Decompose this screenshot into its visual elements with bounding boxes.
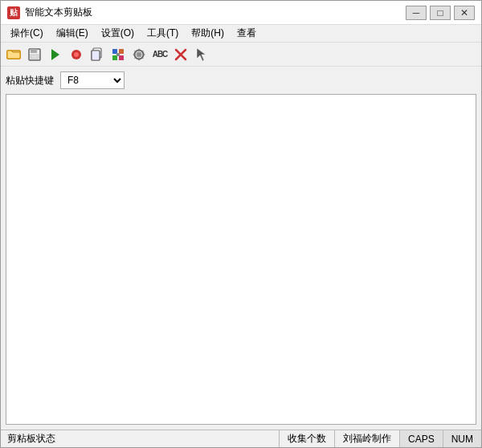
menu-help[interactable]: 帮助(H) <box>185 25 231 42</box>
toolbar-close-button[interactable] <box>171 45 190 64</box>
window-controls: ─ □ ✕ <box>406 6 475 20</box>
cursor-icon <box>194 47 209 62</box>
text-button[interactable]: ABC <box>150 45 170 64</box>
shortcut-label: 粘贴快捷键 <box>6 74 54 88</box>
plugin-button[interactable] <box>108 45 128 64</box>
menu-operate[interactable]: 操作(C) <box>4 25 50 42</box>
record-button[interactable] <box>67 45 86 64</box>
svg-point-19 <box>137 53 141 56</box>
save-button[interactable] <box>25 45 44 64</box>
svg-point-7 <box>74 52 79 57</box>
play-icon <box>48 47 63 62</box>
svg-rect-4 <box>31 55 39 59</box>
status-author: 刘福岭制作 <box>334 430 399 447</box>
main-textarea[interactable] <box>6 94 476 425</box>
status-left-text: 剪粘板状态 <box>1 432 279 446</box>
shortcut-select[interactable]: F8 F9 F10 F11 F12 <box>60 71 125 89</box>
menu-edit[interactable]: 编辑(E) <box>50 25 95 42</box>
title-bar: 贴 智能文本剪贴板 ─ □ ✕ <box>1 1 481 25</box>
svg-rect-15 <box>116 53 120 56</box>
main-window: 贴 智能文本剪贴板 ─ □ ✕ 操作(C) 编辑(E) 设置(O) 工具(T) … <box>0 0 482 448</box>
app-icon: 贴 <box>7 6 20 19</box>
maximize-button[interactable]: □ <box>430 6 451 20</box>
content-area: 粘贴快捷键 F8 F9 F10 F11 F12 <box>1 67 481 430</box>
menu-settings[interactable]: 设置(O) <box>95 25 141 42</box>
puzzle-icon <box>111 47 125 62</box>
window-title: 智能文本剪贴板 <box>25 6 406 19</box>
toolbar: ABC <box>1 43 481 67</box>
copy-button[interactable] <box>88 45 107 64</box>
minimize-button[interactable]: ─ <box>406 6 427 20</box>
open-icon <box>6 47 21 62</box>
menu-tools[interactable]: 工具(T) <box>141 25 185 42</box>
status-bar: 剪粘板状态 收集个数 刘福岭制作 CAPS NUM <box>1 430 481 447</box>
x-icon <box>174 47 188 62</box>
status-caps: CAPS <box>399 430 443 447</box>
close-button[interactable]: ✕ <box>454 6 475 20</box>
record-icon <box>69 47 84 62</box>
settings-toolbar-button[interactable] <box>129 45 149 64</box>
copy-icon <box>90 47 104 62</box>
menu-bar: 操作(C) 编辑(E) 设置(O) 工具(T) 帮助(H) 查看 <box>1 25 481 43</box>
open-button[interactable] <box>4 45 23 64</box>
cursor-button[interactable] <box>192 45 211 64</box>
status-num: NUM <box>443 430 481 447</box>
save-icon <box>27 47 42 62</box>
gear-icon <box>132 47 146 62</box>
abc-icon: ABC <box>153 50 168 59</box>
svg-rect-10 <box>92 51 100 60</box>
status-right: 收集个数 刘福岭制作 CAPS NUM <box>279 430 481 447</box>
menu-view[interactable]: 查看 <box>231 25 263 42</box>
svg-rect-3 <box>31 49 37 53</box>
status-count: 收集个数 <box>279 430 334 447</box>
svg-marker-22 <box>197 48 206 61</box>
play-button[interactable] <box>46 45 65 64</box>
svg-marker-5 <box>51 49 59 60</box>
shortcut-row: 粘贴快捷键 F8 F9 F10 F11 F12 <box>6 71 476 89</box>
